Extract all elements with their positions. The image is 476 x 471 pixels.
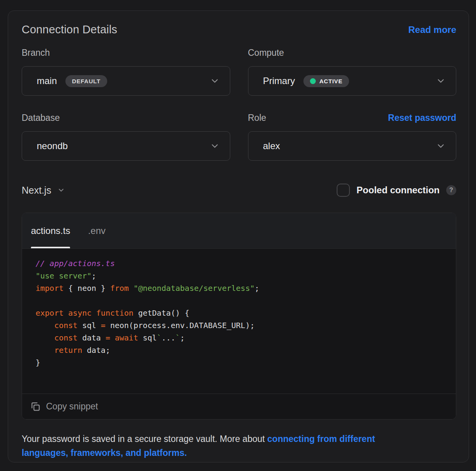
code-line: import { neon } from "@neondatabase/serv… xyxy=(36,282,442,294)
code-line: export async function getData() { xyxy=(36,307,442,319)
connection-fields-grid: Branch main DEFAULT Compute Primary ACTI… xyxy=(22,47,456,161)
role-label: Role xyxy=(248,113,266,123)
role-value: alex xyxy=(263,141,280,151)
branch-field: Branch main DEFAULT xyxy=(22,47,230,96)
copy-icon xyxy=(30,401,41,413)
chevron-down-icon xyxy=(57,186,65,194)
help-icon[interactable]: ? xyxy=(446,185,456,195)
framework-row: Next.js Pooled connection ? xyxy=(22,182,456,198)
code-line: // app/actions.ts xyxy=(36,257,442,270)
connection-details-card: Connection Details Read more Branch main… xyxy=(8,10,469,462)
chevron-down-icon xyxy=(436,76,446,86)
footer-text: Your password is saved in a secure stora… xyxy=(22,434,267,444)
code-panel: actions.ts.env // app/actions.ts"use ser… xyxy=(22,213,456,419)
default-badge: DEFAULT xyxy=(65,75,107,87)
pooled-connection-checkbox[interactable] xyxy=(337,184,350,197)
chevron-down-icon xyxy=(436,141,446,151)
code-line: "use server"; xyxy=(36,270,442,282)
status-dot xyxy=(310,78,316,84)
chevron-down-icon xyxy=(210,76,220,86)
compute-select[interactable]: Primary ACTIVE xyxy=(248,66,457,96)
database-field: Database neondb xyxy=(22,112,230,161)
tab-actions-ts[interactable]: actions.ts xyxy=(31,213,70,248)
code-line: const data = await sql`...`; xyxy=(36,332,442,344)
branch-label: Branch xyxy=(22,48,50,58)
code-tabs: actions.ts.env xyxy=(22,213,456,249)
branch-select[interactable]: main DEFAULT xyxy=(22,66,230,96)
reset-password-link[interactable]: Reset password xyxy=(388,113,456,123)
code-line: } xyxy=(36,356,442,369)
copy-snippet-button[interactable]: Copy snippet xyxy=(22,394,456,419)
branch-value: main xyxy=(37,76,57,86)
database-label: Database xyxy=(22,113,60,123)
active-badge: ACTIVE xyxy=(303,75,349,87)
footer-note: Your password is saved in a secure stora… xyxy=(22,432,416,460)
card-header: Connection Details Read more xyxy=(22,23,456,36)
role-field: Role Reset password alex xyxy=(248,112,457,161)
pooled-connection-label: Pooled connection xyxy=(356,185,440,196)
compute-label: Compute xyxy=(248,48,284,58)
chevron-down-icon xyxy=(210,141,220,151)
tab-env[interactable]: .env xyxy=(88,213,105,248)
role-select[interactable]: alex xyxy=(248,131,457,161)
compute-field: Compute Primary ACTIVE xyxy=(248,47,457,96)
code-block: // app/actions.ts"use server";import { n… xyxy=(22,249,456,394)
page-title: Connection Details xyxy=(22,23,117,36)
database-select[interactable]: neondb xyxy=(22,131,230,161)
pooled-connection-row: Pooled connection ? xyxy=(337,184,456,197)
read-more-link[interactable]: Read more xyxy=(408,24,456,35)
framework-select[interactable]: Next.js xyxy=(22,185,65,196)
code-line: return data; xyxy=(36,344,442,356)
code-line xyxy=(36,294,442,307)
copy-snippet-label: Copy snippet xyxy=(46,401,98,412)
compute-value: Primary xyxy=(263,76,295,86)
framework-value: Next.js xyxy=(22,185,51,196)
database-value: neondb xyxy=(37,141,68,151)
code-line: const sql = neon(process.env.DATABASE_UR… xyxy=(36,319,442,332)
